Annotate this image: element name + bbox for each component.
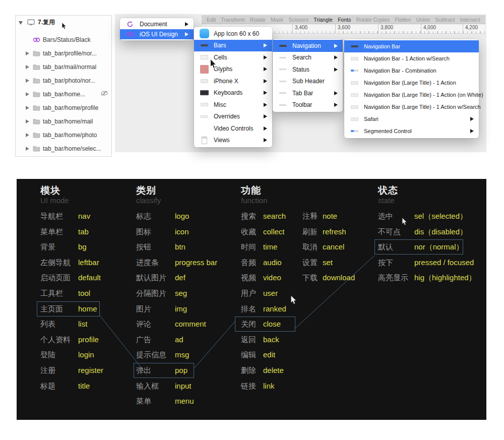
bars-menu-item-navigation[interactable]: Navigation — [273, 40, 343, 52]
ios-menu-item-glyphs[interactable]: Glyphs — [194, 64, 272, 76]
menu-item-label: Sub Header — [292, 78, 325, 85]
menu-item-label: Tab Bar — [292, 90, 313, 97]
submenu-arrow-icon — [264, 43, 267, 47]
term-zh-nav: 导航栏 — [40, 211, 63, 221]
toolbar-button-intersect[interactable]: Intersect — [460, 17, 480, 23]
layers-row-tab-bar-home[interactable]: tab_bar/home... — [16, 87, 111, 101]
navigation-submenu: Navigation BarNavigation Bar - 1 Action … — [344, 39, 479, 138]
menu-item-label: Navigation Bar (Large Title) - 1 Action — [364, 80, 456, 86]
bars-menu-item-tab-bar[interactable]: Tab Bar — [273, 87, 343, 99]
layers-row-bars-status-black[interactable]: Bars/Status/Black — [16, 33, 111, 46]
term-en-register: register — [78, 365, 103, 375]
ios-menu-item-overrides[interactable]: Overrides — [194, 111, 272, 123]
term-zh-hig-highlighted: 高亮显示 — [378, 273, 408, 283]
dash-light-icon — [278, 104, 288, 106]
term-en-hig-highlighted: hig（highlighted） — [414, 273, 476, 283]
disclosure-closed-icon[interactable] — [25, 105, 30, 110]
nav-menu-item-navigation-bar-large-title-1-action-w-search[interactable]: Navigation Bar (Large Title) - 1 Action … — [344, 101, 479, 113]
term-en-download: download — [323, 273, 355, 283]
term-en-title: title — [78, 381, 90, 391]
nav-menu-item-segmented-control[interactable]: Segmented Control — [344, 125, 479, 137]
ios-menu-item-misc[interactable]: Misc — [194, 99, 272, 111]
menu-item-label: Navigation Bar — [364, 43, 400, 49]
folder-icon — [32, 64, 40, 70]
term-zh-ad: 广告 — [136, 335, 151, 345]
dash-light-icon — [278, 92, 288, 94]
ios-menu-item-bars[interactable]: Bars — [194, 40, 272, 52]
toolbar-button-rotate-copies[interactable]: Rotate Copies — [356, 17, 390, 23]
thumb-icon — [349, 81, 359, 85]
toolbar-button-mask[interactable]: Mask — [271, 17, 283, 23]
term-zh-input: 输入框 — [136, 381, 159, 391]
disclosure-closed-icon[interactable] — [25, 92, 30, 97]
term-en-leftbar: leftbar — [78, 258, 99, 268]
bars-menu-item-toolbar[interactable]: Toolbar — [273, 99, 343, 111]
nav-menu-item-safari[interactable]: Safari — [344, 113, 479, 125]
nav-menu-item-navigation-bar-1-action-w-search[interactable]: Navigation Bar - 1 Action w/Search — [344, 52, 479, 65]
disclosure-closed-icon[interactable] — [25, 146, 30, 151]
term-zh-seg: 分隔图片 — [136, 288, 166, 298]
nav-menu-item-navigation-bar-large-title-1-action[interactable]: Navigation Bar (Large Title) - 1 Action — [344, 77, 479, 89]
term-zh-link: 链接 — [241, 381, 256, 391]
term-en-nav: nav — [78, 211, 90, 221]
symbol-icon — [32, 37, 40, 43]
bars-menu-item-status[interactable]: Status — [273, 64, 343, 76]
layers-artboard-row[interactable]: 7.复用 — [16, 16, 111, 29]
nav-menu-item-navigation-bar-large-title-1-action-on-white[interactable]: Navigation Bar (Large Title) - 1 Action … — [344, 89, 479, 101]
hidden-eye-icon[interactable] — [100, 90, 108, 98]
layers-row-tab-bar-photo-nor[interactable]: tab_bar/photo/nor... — [16, 74, 111, 87]
toolbar-button-scissors[interactable]: Scissors — [288, 17, 308, 23]
term-zh-collect: 收藏 — [241, 227, 256, 237]
term-zh-img: 图片 — [136, 304, 151, 314]
insert-menu-item-ios-ui-design[interactable]: iOS UI Design — [120, 29, 194, 39]
layers-row-tab-bar-home-photo[interactable]: tab_bar/home/photo — [16, 128, 111, 142]
highlight-box-home — [37, 301, 100, 317]
folder-icon — [32, 91, 40, 97]
insert-menu-item-document[interactable]: Document — [120, 19, 194, 29]
term-zh-default: 启动页面 — [40, 273, 71, 283]
ios-menu-item-cells[interactable]: Cells — [194, 51, 272, 64]
ios-menu-item-app-icon-60-x-60[interactable]: App Icon 60 x 60 — [194, 28, 272, 40]
ios-menu-item-views[interactable]: Views — [194, 135, 272, 147]
menu-item-label: Search — [292, 54, 311, 61]
keyboards-icon — [199, 90, 209, 95]
bars-menu-item-search[interactable]: Search — [273, 52, 343, 64]
toolbar-button-rotate[interactable]: Rotate — [250, 17, 266, 23]
disclosure-closed-icon[interactable] — [25, 78, 30, 83]
layer-name: tab_bar/photo/nor... — [43, 77, 95, 84]
layers-row-tab-bar-profile-nor[interactable]: tab_bar/profile/nor... — [16, 46, 111, 60]
layers-row-tab-bar-home-selec[interactable]: tab_bar/home/selec... — [16, 142, 111, 155]
toolbar-button-edit[interactable]: Edit — [207, 17, 216, 23]
bars-menu-item-sub-header[interactable]: Sub Header — [273, 76, 343, 88]
layers-row-tab-bar-home-profile[interactable]: tab_bar/home/profile — [16, 101, 111, 114]
toolbar-button-triangle[interactable]: Triangle — [313, 17, 333, 23]
submenu-arrow-icon — [264, 55, 267, 59]
toolbar-button-fonts[interactable]: Fonts — [338, 17, 351, 23]
overrides-icon — [199, 115, 209, 118]
menu-item-label: iPhone X — [214, 78, 238, 85]
toolbar-button-transform[interactable]: Transform — [221, 17, 244, 23]
toolbar-button-flatten[interactable]: Flatten — [395, 17, 411, 23]
symbol-icon — [125, 31, 135, 37]
layers-row-tab-bar-mail-normal[interactable]: tab_bar/mail/normal — [16, 60, 111, 74]
disclosure-open-icon[interactable] — [19, 20, 24, 25]
disclosure-closed-icon[interactable] — [25, 133, 30, 138]
toolbar-button-union[interactable]: Union — [416, 17, 430, 23]
cells-icon — [199, 55, 209, 59]
layers-row-tab-bar-home-mail[interactable]: tab_bar/home/mail — [16, 114, 111, 128]
disclosure-closed-icon[interactable] — [25, 119, 30, 124]
folder-icon — [32, 50, 40, 56]
ios-menu-item-video-controls[interactable]: Video Controls — [194, 122, 272, 135]
nav-menu-item-navigation-bar[interactable]: Navigation Bar — [344, 40, 479, 52]
layers-panel: 7.复用 Bars/Status/Blacktab_bar/profile/no… — [15, 15, 112, 157]
disclosure-closed-icon[interactable] — [25, 51, 30, 56]
insert-context-menu: DocumentiOS UI Design — [120, 18, 194, 40]
ios-menu-item-iphone-x[interactable]: iPhone X — [194, 75, 272, 87]
term-zh-menu: 菜单 — [136, 396, 151, 406]
ios-menu-item-keyboards[interactable]: Keyboards — [194, 87, 272, 99]
nav-menu-item-navigation-bar-combination[interactable]: Navigation Bar - Combination — [344, 65, 479, 77]
disclosure-closed-icon[interactable] — [25, 65, 30, 70]
term-en-user: user — [263, 288, 278, 298]
term-zh-def: 默认图片 — [136, 273, 166, 283]
toolbar-button-subtract[interactable]: Subtract — [435, 17, 455, 23]
